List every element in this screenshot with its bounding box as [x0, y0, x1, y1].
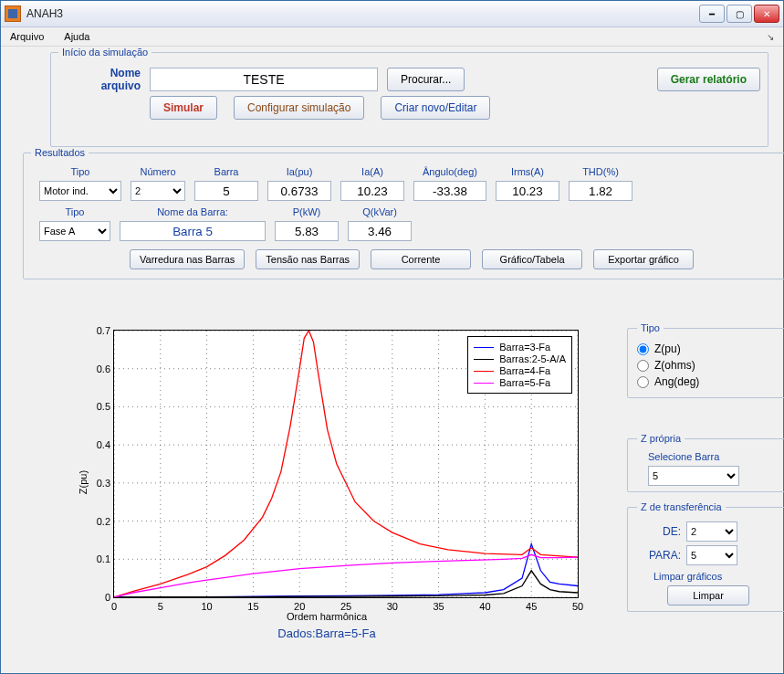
- btn-grafico-tabela[interactable]: Gráfico/Tabela: [482, 249, 582, 269]
- field-barra[interactable]: [194, 181, 258, 201]
- fs-resultados: Resultados Tipo Número Barra Ia(pu) Ia(A…: [23, 147, 784, 279]
- chart-legend: Barra=3-FaBarras:2-5-A/ABarra=4-FaBarra=…: [467, 336, 572, 394]
- field-p[interactable]: [275, 221, 339, 241]
- results-row2: Tipo Nome da Barra: P(kW) Q(kVar) Fase A: [31, 204, 420, 244]
- chart-plot[interactable]: 00.10.20.30.40.50.60.7051015202530354045…: [113, 330, 579, 598]
- app-window: ANAH3 ━ ▢ ✕ Arquivo Ajuda ↘ Início da si…: [0, 0, 784, 674]
- label-nome-arquivo: Nome arquivo: [58, 67, 141, 92]
- config-simulacao-button[interactable]: Configurar simulação: [234, 96, 364, 120]
- fs-inicio-legend: Início da simulação: [58, 47, 152, 58]
- hdr-ang: Ângulo(deg): [413, 165, 487, 178]
- field-iaA[interactable]: [340, 181, 404, 201]
- label-selecione-barra: Selecione Barra: [648, 451, 779, 462]
- hdr-numero: Número: [130, 165, 186, 178]
- hdr-irms: Irms(A): [495, 165, 560, 178]
- menubar: Arquivo Ajuda ↘: [1, 27, 783, 47]
- field-nome-barra[interactable]: [120, 221, 266, 241]
- select-para[interactable]: 5: [686, 545, 737, 565]
- menu-arquivo[interactable]: Arquivo: [6, 29, 47, 44]
- fs-inicio-simulacao: Início da simulação Nome arquivo Procura…: [50, 47, 768, 147]
- select-fase[interactable]: Fase A: [39, 221, 110, 241]
- close-button[interactable]: ✕: [754, 5, 779, 23]
- maximize-button[interactable]: ▢: [727, 5, 752, 23]
- radio-zpu[interactable]: Z(pu): [637, 342, 779, 355]
- chart-subtitle: Dados:Barra=5-Fa: [71, 627, 582, 640]
- hdr2-nome: Nome da Barra:: [119, 205, 267, 218]
- btn-tensao[interactable]: Tensão nas Barras: [256, 249, 360, 269]
- hdr-barra: Barra: [193, 165, 259, 178]
- gerar-relatorio-button[interactable]: Gerar relatório: [657, 68, 760, 91]
- procurar-button[interactable]: Procurar...: [387, 68, 465, 91]
- fs-z-transfer: Z de transferência DE:2 PARA:5 Limpar gr…: [627, 501, 784, 612]
- hdr-thd: THD(%): [568, 165, 633, 178]
- radio-ang[interactable]: Ang(deg): [637, 375, 779, 388]
- label-limpar-graficos: Limpar gráficos: [653, 571, 779, 582]
- btn-exportar[interactable]: Exportar gráfico: [593, 249, 694, 269]
- hdr-iapu: Ia(pu): [267, 165, 332, 178]
- legend-zpropria: Z própria: [637, 433, 685, 444]
- minimize-button[interactable]: ━: [699, 5, 725, 23]
- select-tipo-motor[interactable]: Motor ind.: [39, 181, 121, 201]
- right-column: Tipo Z(pu) Z(ohms) Ang(deg) Z própria Se…: [627, 322, 784, 621]
- field-irms[interactable]: [496, 181, 559, 201]
- titlebar: ANAH3 ━ ▢ ✕: [1, 1, 783, 27]
- hdr2-tipo: Tipo: [38, 205, 111, 218]
- window-title: ANAH3: [26, 7, 63, 20]
- legend-ztrans: Z de transferência: [637, 501, 726, 512]
- select-de[interactable]: 2: [686, 521, 737, 542]
- field-thd[interactable]: [569, 181, 632, 201]
- select-zpropria-barra[interactable]: 5: [648, 466, 739, 486]
- legend-tipo: Tipo: [637, 322, 664, 333]
- btn-varredura[interactable]: Varredura nas Barras: [130, 249, 245, 269]
- fs-resultados-legend: Resultados: [31, 147, 89, 158]
- results-row1: Tipo Número Barra Ia(pu) Ia(A) Ângulo(de…: [31, 163, 641, 204]
- menu-ajuda[interactable]: Ajuda: [60, 29, 93, 44]
- hdr-tipo: Tipo: [38, 165, 122, 178]
- simular-button[interactable]: Simular: [150, 96, 217, 120]
- chart-xlabel: Ordem harmônica: [71, 611, 582, 622]
- chart-area: Z(pu) 00.10.20.30.40.50.60.7051015202530…: [71, 322, 582, 642]
- client-area: Início da simulação Nome arquivo Procura…: [6, 47, 778, 668]
- app-icon: [5, 5, 21, 22]
- menu-corner-icon[interactable]: ↘: [763, 30, 778, 44]
- hdr2-p: P(kW): [274, 205, 340, 218]
- input-nome-arquivo[interactable]: [150, 68, 378, 91]
- btn-corrente[interactable]: Corrente: [371, 249, 471, 269]
- hdr2-q: Q(kVar): [347, 205, 413, 218]
- fs-z-propria: Z própria Selecione Barra 5: [627, 433, 784, 492]
- field-iapu[interactable]: [267, 181, 331, 201]
- results-toolbar: Varredura nas Barras Tensão nas Barras C…: [130, 249, 784, 269]
- criar-novo-button[interactable]: Criar novo/Editar: [381, 96, 490, 120]
- btn-limpar[interactable]: Limpar: [667, 585, 749, 606]
- select-numero[interactable]: 2: [131, 181, 185, 201]
- fs-right-tipo: Tipo Z(pu) Z(ohms) Ang(deg): [627, 322, 784, 398]
- radio-zohms[interactable]: Z(ohms): [637, 359, 779, 372]
- hdr-iaA: Ia(A): [340, 165, 405, 178]
- field-ang[interactable]: [413, 181, 486, 201]
- field-q[interactable]: [348, 221, 412, 241]
